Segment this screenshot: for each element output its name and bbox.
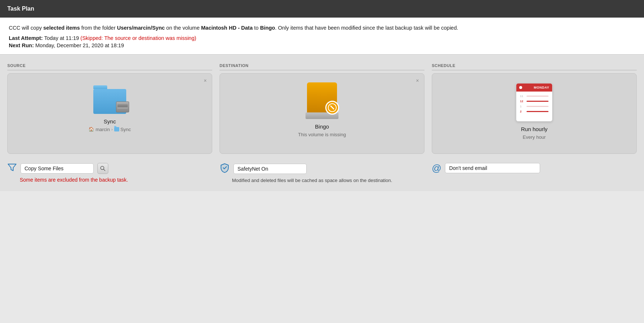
main-content: SOURCE × Sync 🏠 ma — [0, 55, 644, 191]
email-select-wrapper[interactable]: Don't send email Send email on success S… — [445, 163, 540, 173]
no-sign-bar — [330, 105, 334, 110]
last-attempt-label: Last Attempt: — [9, 35, 43, 41]
calendar-day: MONDAY — [534, 86, 549, 89]
email-control-inner: @ Don't send email Send email on success… — [432, 163, 637, 174]
filter-icon — [7, 163, 17, 174]
schedule-column: SCHEDULE MONDAY 11 — [432, 63, 637, 154]
breadcrumb-folder: Sync — [114, 127, 131, 132]
destination-card-title: Bingo — [315, 123, 329, 130]
email-section: @ Don't send email Send email on success… — [432, 163, 637, 176]
disk-icon — [306, 82, 338, 119]
hdd-stripe-2 — [117, 108, 128, 110]
source-label: SOURCE — [7, 63, 212, 70]
description-area: CCC will copy selected items from the fo… — [0, 18, 644, 55]
filter-warning-text: Some items are excluded from the backup … — [20, 177, 212, 184]
description-text: CCC will copy selected items from the fo… — [9, 24, 635, 32]
no-sign-inner — [328, 103, 337, 112]
email-select[interactable]: Don't send email Send email on success S… — [445, 163, 540, 173]
schedule-card[interactable]: MONDAY 11 12 1 — [432, 73, 637, 154]
filter-control-inner: Copy Some Files Copy All Files Copy Newe… — [7, 163, 212, 174]
no-sign-badge — [325, 101, 339, 115]
columns-row: SOURCE × Sync 🏠 ma — [7, 63, 637, 154]
filter-search-button[interactable] — [97, 163, 108, 174]
calendar-card: MONDAY 11 12 1 — [516, 83, 553, 122]
at-icon: @ — [432, 163, 441, 174]
home-icon: 🏠 — [89, 127, 94, 132]
skipped-status: (Skipped: The source or destination was … — [80, 35, 196, 41]
destination-card: × Bingo This volume is missing — [220, 73, 424, 154]
schedule-label: SCHEDULE — [432, 63, 637, 70]
filter-select-wrapper[interactable]: Copy Some Files Copy All Files Copy Newe… — [20, 163, 94, 174]
source-card-title: Sync — [104, 118, 116, 125]
source-column: SOURCE × Sync 🏠 ma — [7, 63, 212, 154]
schedule-icon: MONDAY 11 12 1 — [516, 83, 553, 122]
calendar-header: MONDAY — [516, 83, 552, 92]
destination-card-subtitle: This volume is missing — [298, 132, 346, 137]
safetynet-select-wrapper[interactable]: SafetyNet On SafetyNet Off — [233, 164, 307, 174]
source-close-button[interactable]: × — [204, 78, 207, 83]
title-bar: Task Plan — [0, 0, 644, 18]
breadcrumb-user: marcin — [96, 127, 110, 132]
breadcrumb-sync: Sync — [120, 127, 131, 132]
calendar-lines: 11 12 1 2 — [516, 92, 552, 118]
calendar-dot — [519, 86, 522, 89]
hdd-stripe-1 — [117, 104, 128, 107]
next-run-value: Monday, December 21, 2020 at 18:19 — [35, 42, 124, 48]
last-attempt-value: Today at 11:19 — [44, 35, 80, 41]
hdd-body — [116, 101, 129, 112]
schedule-card-title: Run hourly — [521, 126, 548, 132]
filter-select[interactable]: Copy Some Files Copy All Files Copy Newe… — [20, 163, 94, 174]
title-bar-text: Task Plan — [7, 5, 34, 12]
safetynet-section: SafetyNet On SafetyNet Off Modified and … — [220, 163, 424, 184]
breadcrumb-arrow: › — [111, 127, 113, 131]
destination-close-button[interactable]: × — [416, 78, 419, 83]
source-breadcrumb: 🏠 marcin › Sync — [89, 127, 131, 132]
last-attempt-text: Last Attempt: Today at 11:19 (Skipped: T… — [9, 35, 635, 41]
safetynet-info-text: Modified and deleted files will be cache… — [232, 177, 424, 184]
safetynet-control-inner: SafetyNet On SafetyNet Off — [220, 163, 424, 175]
folder-icon — [93, 85, 126, 114]
svg-line-1 — [104, 169, 105, 171]
next-run-text: Next Run: Monday, December 21, 2020 at 1… — [9, 42, 635, 48]
schedule-card-subtitle: Every hour — [523, 134, 546, 140]
destination-label: DESTINATION — [220, 63, 424, 70]
mini-folder-icon — [114, 127, 119, 131]
hdd-overlay — [116, 101, 129, 112]
filter-section: Copy Some Files Copy All Files Copy Newe… — [7, 163, 212, 184]
next-run-label: Next Run: — [9, 42, 34, 48]
folder-tab — [93, 85, 107, 89]
shield-icon — [220, 163, 230, 175]
controls-row: Copy Some Files Copy All Files Copy Newe… — [7, 163, 637, 184]
source-card: × Sync 🏠 marcin › — [7, 73, 212, 154]
destination-column: DESTINATION × Bingo This volume is missi… — [220, 63, 424, 154]
safetynet-select[interactable]: SafetyNet On SafetyNet Off — [233, 164, 307, 174]
